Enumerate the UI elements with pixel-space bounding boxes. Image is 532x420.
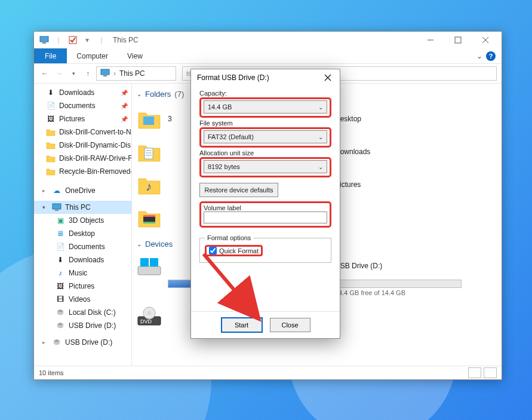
music-icon: ♪ xyxy=(137,172,162,197)
svg-rect-14 xyxy=(144,148,153,159)
download-icon: ⬇ xyxy=(46,88,56,97)
capacity-bar xyxy=(335,280,462,288)
document-icon: 📄 xyxy=(56,242,65,252)
chevron-down-icon[interactable]: ⌄ xyxy=(137,91,142,97)
svg-rect-10 xyxy=(55,210,59,211)
chevron-right-icon[interactable]: ▸ xyxy=(42,188,48,194)
filesystem-select[interactable]: FAT32 (Default)⌄ xyxy=(204,130,327,143)
pc-icon xyxy=(39,35,50,45)
highlight: 14.4 GB⌄ xyxy=(199,97,331,118)
format-options-legend: Format options xyxy=(205,234,253,241)
chevron-down-icon[interactable]: ▾ xyxy=(42,204,48,210)
svg-text:DVD: DVD xyxy=(140,318,152,324)
view-large-icons-button[interactable] xyxy=(484,367,497,378)
nav-this-pc[interactable]: ▾This PC xyxy=(34,201,131,214)
tab-view[interactable]: View xyxy=(118,48,152,63)
restore-defaults-button[interactable]: Restore device defaults xyxy=(199,183,278,197)
nav-pictures[interactable]: 🖼Pictures📌 xyxy=(34,112,131,125)
music-icon: ♪ xyxy=(56,268,65,278)
breadcrumb-item[interactable]: This PC xyxy=(119,69,145,78)
quick-format-checkbox[interactable]: Quick Format xyxy=(205,245,263,256)
pc-icon xyxy=(100,69,110,79)
start-button[interactable]: Start xyxy=(221,317,263,333)
chevron-down-icon[interactable]: ⌄ xyxy=(476,52,482,60)
nav-downloads[interactable]: ⬇Downloads📌 xyxy=(34,86,131,99)
status-text: 10 items xyxy=(39,369,64,376)
nav-folder[interactable]: Disk-Drill-Convert-to-N xyxy=(34,125,131,139)
allocation-label: Allocation unit size xyxy=(199,149,331,157)
status-bar: 10 items xyxy=(34,366,502,379)
volume-label: Volume label xyxy=(204,204,327,211)
nav-documents[interactable]: 📄Documents📌 xyxy=(34,99,131,112)
titlebar[interactable]: | ▾ | This PC xyxy=(34,32,502,48)
highlight: FAT32 (Default)⌄ xyxy=(199,127,331,148)
close-button[interactable] xyxy=(472,32,499,48)
usb-icon: ⛃ xyxy=(56,321,65,330)
nav-videos[interactable]: 🎞Videos xyxy=(34,293,131,306)
tab-computer[interactable]: Computer xyxy=(67,48,118,63)
nav-3d-objects[interactable]: ▣3D Objects xyxy=(34,214,131,227)
svg-rect-25 xyxy=(140,258,149,266)
dialog-title: Format USB Drive (D:) xyxy=(197,73,269,82)
nav-downloads[interactable]: ⬇Downloads xyxy=(34,253,131,266)
chevron-down-icon: ⌄ xyxy=(318,164,323,170)
nav-local-disk[interactable]: ⛃Local Disk (C:) xyxy=(34,306,131,319)
allocation-select[interactable]: 8192 bytes⌄ xyxy=(204,160,327,173)
minimize-button[interactable] xyxy=(417,32,444,48)
nav-pictures[interactable]: 🖼Pictures xyxy=(34,280,131,293)
back-button[interactable]: ← xyxy=(39,68,51,79)
ribbon-tabs: File Computer View ⌄ ? xyxy=(34,48,502,63)
dvd-icon: DVD xyxy=(137,305,162,327)
svg-rect-8 xyxy=(103,75,107,76)
close-button[interactable] xyxy=(319,69,336,86)
pin-icon: 📌 xyxy=(121,116,128,122)
svg-rect-1 xyxy=(42,42,46,44)
chevron-down-icon: ⌄ xyxy=(318,134,323,140)
pc-icon xyxy=(52,203,61,212)
capacity-label: Capacity: xyxy=(199,90,331,97)
svg-rect-4 xyxy=(455,37,461,43)
svg-rect-11 xyxy=(143,117,154,125)
svg-point-32 xyxy=(148,312,150,314)
filesystem-label: File system xyxy=(199,119,331,127)
folder-icon xyxy=(46,140,56,150)
nav-usb-drive[interactable]: ▸⛃USB Drive (D:) xyxy=(34,336,131,349)
video-icon xyxy=(137,205,162,230)
folder-icon xyxy=(46,154,56,163)
volume-label-input[interactable] xyxy=(204,211,327,223)
nav-pane[interactable]: ⬇Downloads📌 📄Documents📌 🖼Pictures📌 Disk-… xyxy=(34,84,132,366)
highlight: 8192 bytes⌄ xyxy=(199,157,331,177)
up-button[interactable]: ↑ xyxy=(82,68,94,79)
checkbox-icon[interactable] xyxy=(67,35,78,45)
nav-onedrive[interactable]: ▸☁OneDrive xyxy=(34,184,131,197)
nav-folder[interactable]: Recycle-Bin-Removed- xyxy=(34,165,131,178)
chevron-down-icon[interactable]: ⌄ xyxy=(137,241,142,247)
view-details-button[interactable] xyxy=(468,367,481,378)
pin-icon: 📌 xyxy=(121,103,128,109)
recent-dropdown[interactable]: ▾ xyxy=(67,68,79,79)
maximize-button[interactable] xyxy=(444,32,472,48)
nav-music[interactable]: ♪Music xyxy=(34,266,131,280)
forward-button[interactable]: → xyxy=(53,68,65,79)
capacity-select[interactable]: 14.4 GB⌄ xyxy=(204,100,327,114)
cube-icon: ▣ xyxy=(56,216,65,225)
nav-desktop[interactable]: 🖥Desktop xyxy=(34,227,131,240)
svg-rect-9 xyxy=(53,204,61,209)
video-icon: 🎞 xyxy=(56,295,65,304)
quick-format-input[interactable] xyxy=(209,247,217,255)
breadcrumb[interactable]: › This PC xyxy=(96,66,176,81)
svg-rect-0 xyxy=(40,36,48,42)
usb-icon: ⛃ xyxy=(52,338,61,347)
chevron-right-icon[interactable]: ▸ xyxy=(42,339,48,345)
nav-folder[interactable]: Disk-Drill-RAW-Drive-F xyxy=(34,152,131,165)
nav-usb-drive[interactable]: ⛃USB Drive (D:) xyxy=(34,319,131,332)
dropdown-icon[interactable]: ▾ xyxy=(82,35,93,45)
dialog-titlebar[interactable]: Format USB Drive (D:) xyxy=(191,69,340,86)
close-dialog-button[interactable]: Close xyxy=(270,318,310,332)
divider-icon: | xyxy=(96,35,107,45)
nav-folder[interactable]: Disk-Drill-Dynamic-Dis xyxy=(34,139,131,152)
svg-rect-26 xyxy=(150,258,158,266)
help-icon[interactable]: ? xyxy=(486,51,496,61)
nav-documents[interactable]: 📄Documents xyxy=(34,240,131,253)
tab-file[interactable]: File xyxy=(34,48,67,63)
